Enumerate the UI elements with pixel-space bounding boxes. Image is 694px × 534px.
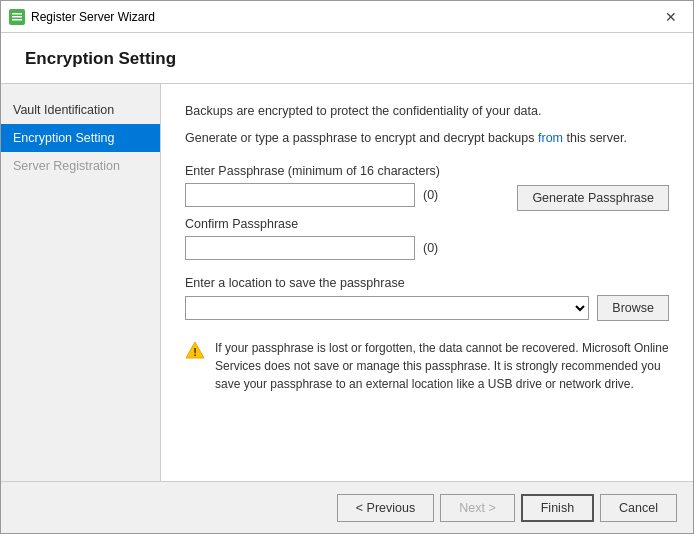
passphrase-input-row: (0) [185, 183, 438, 207]
confirm-section: Confirm Passphrase (0) [185, 217, 669, 260]
next-button[interactable]: Next > [440, 494, 514, 522]
svg-rect-1 [12, 13, 22, 15]
location-dropdown-wrapper [185, 296, 589, 320]
location-row: Browse [185, 295, 669, 321]
sidebar-item-vault-identification[interactable]: Vault Identification [1, 96, 160, 124]
passphrase-count: (0) [423, 188, 438, 202]
location-label: Enter a location to save the passphrase [185, 276, 669, 290]
warning-box: ! If your passphrase is lost or forgotte… [185, 339, 669, 393]
register-server-wizard: Register Server Wizard ✕ Encryption Sett… [0, 0, 694, 534]
main-content: Backups are encrypted to protect the con… [161, 84, 693, 481]
previous-button[interactable]: < Previous [337, 494, 434, 522]
info-line-1: Backups are encrypted to protect the con… [185, 102, 669, 121]
title-bar-left: Register Server Wizard [9, 9, 155, 25]
dialog-title: Register Server Wizard [31, 10, 155, 24]
app-icon [9, 9, 25, 25]
sidebar-item-server-registration: Server Registration [1, 152, 160, 180]
finish-button[interactable]: Finish [521, 494, 594, 522]
confirm-label: Confirm Passphrase [185, 217, 669, 231]
title-bar: Register Server Wizard ✕ [1, 1, 693, 33]
footer: < Previous Next > Finish Cancel [1, 481, 693, 533]
page-header: Encryption Setting [1, 33, 693, 84]
location-select[interactable] [185, 296, 589, 320]
sidebar: Vault Identification Encryption Setting … [1, 84, 161, 481]
close-button[interactable]: ✕ [657, 7, 685, 27]
confirm-count: (0) [423, 241, 438, 255]
generate-passphrase-button[interactable]: Generate Passphrase [517, 185, 669, 211]
passphrase-input[interactable] [185, 183, 415, 207]
confirm-input-row: (0) [185, 236, 669, 260]
browse-button[interactable]: Browse [597, 295, 669, 321]
warning-text: If your passphrase is lost or forgotten,… [215, 339, 669, 393]
content-area: Vault Identification Encryption Setting … [1, 84, 693, 481]
info-line-2: Generate or type a passphrase to encrypt… [185, 129, 669, 148]
svg-rect-2 [12, 19, 22, 21]
sidebar-item-encryption-setting[interactable]: Encryption Setting [1, 124, 160, 152]
page-title: Encryption Setting [25, 49, 669, 69]
cancel-button[interactable]: Cancel [600, 494, 677, 522]
warning-icon: ! [185, 340, 205, 360]
svg-text:!: ! [193, 345, 197, 357]
passphrase-label: Enter Passphrase (minimum of 16 characte… [185, 164, 669, 178]
passphrase-section: Enter Passphrase (minimum of 16 characte… [185, 164, 669, 213]
location-section: Enter a location to save the passphrase … [185, 276, 669, 321]
confirm-input[interactable] [185, 236, 415, 260]
svg-rect-0 [12, 16, 22, 18]
